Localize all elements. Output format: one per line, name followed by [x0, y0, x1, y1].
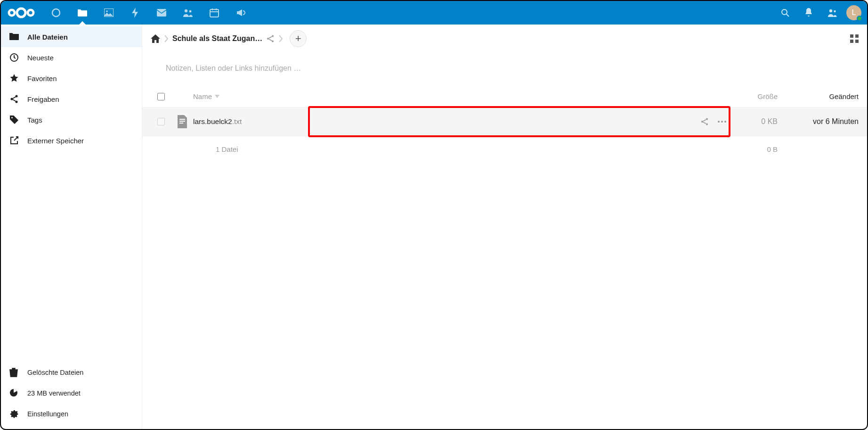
svg-point-23	[272, 35, 274, 37]
pie-icon	[9, 389, 19, 398]
table-row[interactable]: lars.buelck2.txt 0 KB vor 6 Minuten	[142, 108, 867, 136]
contacts-menu-icon[interactable]	[823, 3, 842, 22]
svg-rect-6	[157, 9, 166, 17]
sidebar-item-external-storage[interactable]: Externer Speicher	[1, 130, 142, 151]
svg-point-5	[106, 10, 108, 12]
user-avatar[interactable]: L	[846, 5, 861, 20]
svg-rect-9	[210, 9, 219, 17]
sidebar-item-recent[interactable]: Neueste	[1, 47, 142, 68]
sidebar-item-label: Freigaben	[27, 95, 59, 103]
breadcrumb-folder[interactable]: Schule als Staat Zugan…	[172, 34, 262, 43]
chevron-right-icon	[164, 34, 169, 43]
app-dashboard[interactable]	[44, 1, 68, 25]
gear-icon	[9, 409, 19, 419]
sidebar-quota-label: 23 MB verwendet	[27, 389, 81, 397]
file-table: Name Größe Geändert lars.buelck2.txt	[142, 86, 867, 162]
external-link-icon	[9, 136, 19, 145]
svg-point-7	[185, 9, 187, 12]
summary-size: 0 B	[767, 145, 778, 153]
status-online-dot	[857, 16, 862, 21]
col-modified-label[interactable]: Geändert	[829, 92, 859, 100]
svg-point-21	[11, 117, 13, 118]
table-summary: 1 Datei 0 B	[142, 136, 867, 162]
folder-icon	[9, 32, 19, 41]
app-contacts[interactable]	[176, 1, 200, 25]
svg-rect-27	[855, 34, 859, 38]
search-icon[interactable]	[776, 3, 795, 22]
sidebar-trash-label: Gelöschte Dateien	[27, 369, 83, 376]
breadcrumb-share-icon[interactable]	[266, 34, 275, 43]
app-announcements[interactable]	[229, 1, 252, 25]
svg-point-33	[706, 118, 708, 120]
trash-icon	[9, 368, 19, 377]
notes-placeholder[interactable]: Notizen, Listen oder Links hinzufügen …	[142, 53, 867, 86]
topbar: L	[1, 1, 867, 25]
svg-point-16	[834, 10, 836, 12]
clock-icon	[9, 53, 19, 62]
notifications-icon[interactable]	[799, 3, 818, 22]
app-mail[interactable]	[150, 1, 173, 25]
sidebar-item-all-files[interactable]: Alle Dateien	[1, 26, 142, 47]
new-button[interactable]: +	[290, 30, 307, 47]
svg-rect-31	[179, 121, 185, 122]
sidebar-item-tags[interactable]: Tags	[1, 109, 142, 130]
view-toggle-grid-icon[interactable]	[850, 34, 859, 43]
app-calendar[interactable]	[203, 1, 226, 25]
row-share-icon[interactable]	[700, 117, 709, 126]
svg-rect-29	[855, 40, 859, 43]
svg-point-36	[718, 121, 720, 123]
file-modified: vor 6 Minuten	[813, 117, 859, 125]
sidebar-item-label: Favoriten	[27, 74, 57, 83]
sidebar-item-shares[interactable]: Freigaben	[1, 89, 142, 109]
avatar-initial: L	[852, 8, 856, 17]
main-content: Schule als Staat Zugan… + Notizen, Liste…	[142, 25, 867, 429]
table-header: Name Größe Geändert	[142, 86, 867, 108]
breadcrumb-home[interactable]	[151, 34, 160, 43]
sidebar-settings[interactable]: Einstellungen	[1, 404, 142, 424]
svg-rect-28	[850, 40, 853, 43]
svg-point-25	[272, 41, 274, 42]
sidebar-item-label: Externer Speicher	[27, 137, 84, 145]
breadcrumb: Schule als Staat Zugan… +	[142, 25, 867, 53]
svg-point-38	[724, 121, 726, 123]
svg-rect-30	[179, 119, 185, 120]
sidebar-item-label: Alle Dateien	[27, 33, 68, 41]
svg-point-15	[829, 9, 832, 12]
svg-point-1	[9, 10, 15, 16]
sidebar-settings-label: Einstellungen	[27, 410, 68, 418]
col-name-label[interactable]: Name	[193, 92, 212, 100]
svg-point-20	[16, 101, 18, 103]
sidebar: Alle Dateien Neueste Favoriten Freigaben	[1, 25, 142, 429]
app-files[interactable]	[71, 1, 94, 25]
file-type-icon	[171, 114, 193, 129]
sidebar-quota[interactable]: 23 MB verwendet	[1, 383, 142, 404]
sort-down-icon	[215, 95, 219, 99]
sidebar-item-label: Neueste	[27, 54, 54, 62]
svg-rect-26	[850, 34, 853, 38]
svg-point-13	[782, 9, 787, 15]
app-activity[interactable]	[123, 1, 147, 25]
file-name: lars.buelck2.txt	[193, 117, 242, 126]
nextcloud-logo[interactable]	[7, 5, 36, 20]
svg-rect-32	[179, 123, 183, 124]
chevron-right-icon	[278, 34, 283, 43]
svg-point-3	[52, 9, 60, 17]
svg-point-37	[721, 121, 723, 123]
summary-count: 1 Datei	[216, 145, 238, 153]
svg-point-24	[267, 38, 269, 40]
row-more-icon[interactable]	[717, 120, 727, 123]
star-icon	[9, 74, 19, 83]
svg-point-8	[189, 10, 192, 13]
svg-point-18	[16, 95, 18, 98]
col-size-label[interactable]: Größe	[757, 92, 778, 100]
select-all-checkbox[interactable]	[157, 93, 165, 100]
sidebar-trash[interactable]: Gelöschte Dateien	[1, 362, 142, 383]
share-icon	[9, 94, 19, 104]
svg-line-14	[787, 14, 789, 17]
app-photos[interactable]	[97, 1, 121, 25]
row-checkbox[interactable]	[157, 118, 165, 125]
svg-point-35	[706, 124, 708, 125]
file-size: 0 KB	[761, 117, 778, 125]
tag-icon	[9, 115, 19, 124]
sidebar-item-favorites[interactable]: Favoriten	[1, 68, 142, 89]
